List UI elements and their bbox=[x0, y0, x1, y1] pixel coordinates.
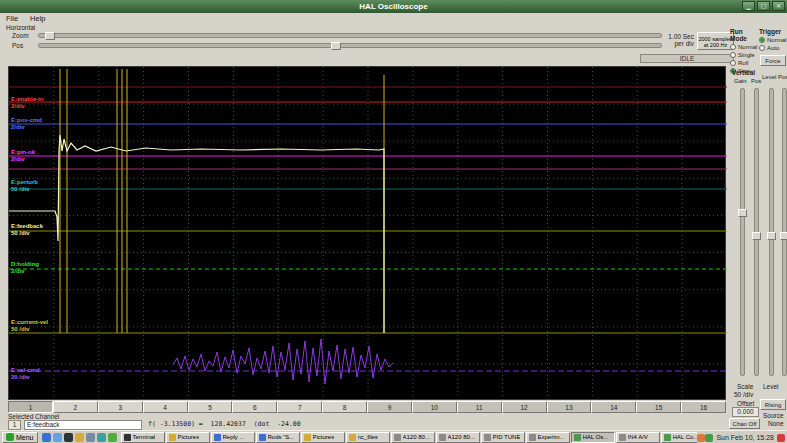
trace-17 bbox=[173, 339, 393, 384]
vertical-section-label: Vertical bbox=[732, 69, 755, 76]
radio-icon bbox=[759, 45, 765, 51]
force-trigger-button[interactable]: Force bbox=[760, 55, 786, 66]
channel-button-13[interactable]: 13 bbox=[547, 401, 592, 413]
zoom-slider[interactable] bbox=[38, 33, 662, 38]
taskbar-window-11[interactable]: IN4 A/V bbox=[616, 432, 660, 443]
channel-button-15[interactable]: 15 bbox=[636, 401, 681, 413]
window-label: Experim... bbox=[538, 434, 565, 440]
run-mode-normal[interactable]: Normal bbox=[730, 43, 759, 51]
gain-slider-handle[interactable] bbox=[738, 209, 747, 217]
taskbar-window-5[interactable]: nc_files bbox=[346, 432, 390, 443]
terminal-launcher-icon[interactable] bbox=[64, 433, 73, 442]
channel-button-3[interactable]: 3 bbox=[98, 401, 143, 413]
run-mode-single[interactable]: Single bbox=[730, 51, 759, 59]
close-icon[interactable]: ✕ bbox=[772, 1, 785, 11]
notifications-tray-icon[interactable] bbox=[777, 434, 785, 442]
system-tray: Sun Feb 10, 15:28 bbox=[697, 428, 785, 443]
browser-launcher-icon[interactable] bbox=[42, 433, 51, 442]
files-launcher-icon[interactable] bbox=[75, 433, 84, 442]
trigger-edge-button[interactable]: Rising bbox=[760, 399, 786, 410]
window-label: HAL Co... bbox=[673, 434, 698, 440]
gain-slider[interactable] bbox=[740, 88, 745, 376]
trigger-level-slider[interactable] bbox=[769, 88, 774, 376]
clock: Sun Feb 10, 15:28 bbox=[716, 434, 774, 441]
window-controls: ▁ ▢ ✕ bbox=[742, 1, 785, 11]
pos-slider[interactable] bbox=[38, 43, 662, 48]
menu-button[interactable]: Menu bbox=[2, 432, 38, 443]
vertical-pos-slider[interactable] bbox=[754, 88, 759, 376]
updates-tray-icon[interactable] bbox=[697, 434, 705, 442]
taskbar-window-4[interactable]: Pictures bbox=[301, 432, 345, 443]
taskbar-window-3[interactable]: Rods "S... bbox=[256, 432, 300, 443]
network-tray-icon[interactable] bbox=[705, 434, 713, 442]
channel-button-10[interactable]: 10 bbox=[412, 401, 457, 413]
radio-icon bbox=[759, 37, 765, 43]
maximize-icon[interactable]: ▢ bbox=[757, 1, 770, 11]
trigger-source-label: Source bbox=[763, 412, 784, 419]
scope-canvas bbox=[9, 67, 727, 401]
channel-button-11[interactable]: 11 bbox=[457, 401, 502, 413]
taskbar-window-9[interactable]: Experim... bbox=[526, 432, 570, 443]
taskbar-window-0[interactable]: Terminal bbox=[121, 432, 165, 443]
taskbar-launchers bbox=[42, 433, 117, 442]
menu-file[interactable]: File bbox=[6, 13, 18, 24]
screenshot-launcher-icon[interactable] bbox=[108, 433, 117, 442]
taskbar-window-1[interactable]: Pictures bbox=[166, 432, 210, 443]
menu-button-label: Menu bbox=[16, 434, 34, 441]
channel-button-9[interactable]: 9 bbox=[367, 401, 412, 413]
taskbar-window-10[interactable]: HAL Os... bbox=[571, 432, 615, 443]
channel-button-14[interactable]: 14 bbox=[591, 401, 636, 413]
trigger-auto[interactable]: Auto bbox=[759, 44, 787, 52]
window-icon bbox=[304, 434, 311, 441]
screen: HAL Oscilloscope ▁ ▢ ✕ File Help Horizon… bbox=[0, 0, 787, 443]
channel-button-7[interactable]: 7 bbox=[277, 401, 322, 413]
channel-button-6[interactable]: 6 bbox=[232, 401, 277, 413]
channel-button-5[interactable]: 5 bbox=[188, 401, 233, 413]
sec-per-div-value: 1.00 Sec bbox=[668, 33, 694, 40]
window-icon bbox=[529, 434, 536, 441]
trigger-normal[interactable]: Normal bbox=[759, 36, 787, 44]
window-label: Terminal bbox=[133, 434, 156, 440]
zoom-slider-handle[interactable] bbox=[45, 32, 55, 40]
scope-display[interactable]: E:enable-in2/divE:pos-cmd2/divE:pin-ok2/… bbox=[8, 66, 726, 400]
editor-launcher-icon[interactable] bbox=[86, 433, 95, 442]
vertical-pos-slider-handle[interactable] bbox=[752, 232, 761, 240]
taskbar-window-6[interactable]: A120 80... bbox=[391, 432, 435, 443]
channel-button-1[interactable]: 1 bbox=[8, 401, 53, 413]
taskbar-window-7[interactable]: A120 80... bbox=[436, 432, 480, 443]
selected-channel-number: 1 bbox=[8, 420, 21, 430]
selected-channel-label: Selected Channel bbox=[8, 413, 59, 420]
run-mode-title: Run Mode bbox=[730, 28, 759, 42]
channel-name-field[interactable]: E:feedback bbox=[24, 420, 142, 430]
pos-slider-handle[interactable] bbox=[331, 42, 341, 50]
samples-rate-button[interactable]: 2000 samples at 200 Hz bbox=[697, 32, 734, 50]
channel-button-8[interactable]: 8 bbox=[322, 401, 367, 413]
channel-button-2[interactable]: 2 bbox=[53, 401, 98, 413]
menu-help[interactable]: Help bbox=[30, 13, 45, 24]
pos-label: Pos bbox=[12, 42, 23, 49]
radio-icon bbox=[730, 52, 736, 58]
channel-button-4[interactable]: 4 bbox=[143, 401, 188, 413]
offset-value[interactable]: 0.000 bbox=[732, 407, 759, 417]
taskbar-window-2[interactable]: Reply ... bbox=[211, 432, 255, 443]
window-label: PID TUNE bbox=[493, 434, 521, 440]
window-icon bbox=[214, 434, 221, 441]
trigger-pos-slider[interactable] bbox=[782, 88, 787, 376]
trigger-level-slider-handle[interactable] bbox=[767, 232, 776, 240]
run-mode-roll[interactable]: Roll bbox=[730, 59, 759, 67]
taskbar-window-12[interactable]: HAL Co... bbox=[661, 432, 698, 443]
trigger-pos-slider-handle[interactable] bbox=[780, 232, 787, 240]
window-label: Rods "S... bbox=[268, 434, 295, 440]
sec-per-div-readout: 1.00 Sec per div bbox=[650, 33, 694, 47]
channel-button-16[interactable]: 16 bbox=[681, 401, 726, 413]
minimize-icon[interactable]: ▁ bbox=[742, 1, 755, 11]
channel-button-12[interactable]: 12 bbox=[502, 401, 547, 413]
taskbar-window-8[interactable]: PID TUNE bbox=[481, 432, 525, 443]
titlebar[interactable]: HAL Oscilloscope ▁ ▢ ✕ bbox=[0, 0, 787, 13]
window-label: A120 80... bbox=[403, 434, 430, 440]
system-monitor-launcher-icon[interactable] bbox=[97, 433, 106, 442]
vertical-pos-label: Pos bbox=[751, 78, 761, 84]
offset-label: Offset bbox=[737, 400, 754, 407]
email-launcher-icon[interactable] bbox=[53, 433, 62, 442]
trigger-source-value: None bbox=[768, 420, 784, 427]
